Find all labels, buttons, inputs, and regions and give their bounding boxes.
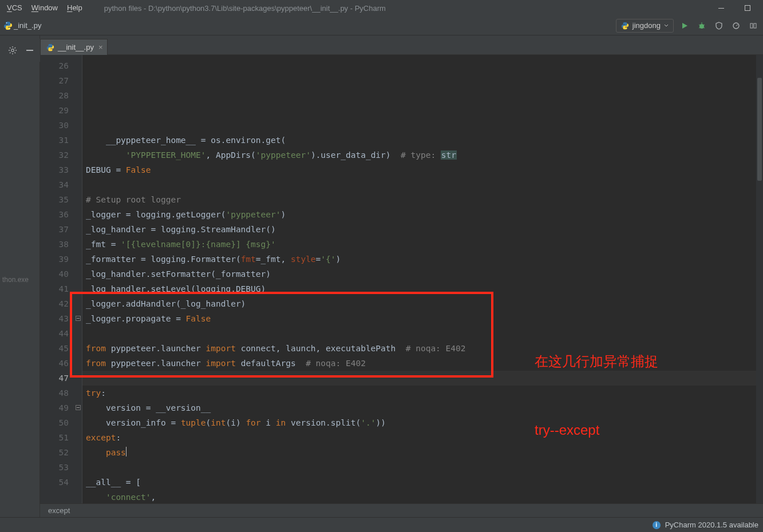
- run-button[interactable]: [678, 19, 691, 32]
- svg-line-19: [15, 53, 16, 54]
- code-line[interactable]: _logger.propagate = False: [86, 311, 763, 326]
- code-line[interactable]: 'connect',: [86, 490, 763, 503]
- scrollbar-thumb[interactable]: [757, 78, 762, 181]
- code-line[interactable]: pass: [86, 445, 763, 460]
- code-line[interactable]: __pyppeteer_home__ = os.environ.get(: [86, 133, 763, 148]
- debug-button[interactable]: [695, 19, 708, 32]
- fold-gutter[interactable]: [74, 55, 82, 503]
- editor-tab-init[interactable]: __init__.py ×: [40, 39, 108, 55]
- code-line[interactable]: from pyppeteer.launcher import connect, …: [86, 341, 763, 356]
- svg-point-4: [699, 24, 704, 29]
- editor-tab-label: __init__.py: [58, 43, 94, 51]
- code-line[interactable]: _log_handler.setLevel(logging.DEBUG): [86, 281, 763, 296]
- settings-icon[interactable]: [8, 46, 17, 55]
- svg-rect-11: [750, 23, 753, 28]
- svg-line-6: [699, 25, 700, 25]
- code-line[interactable]: [86, 177, 763, 192]
- svg-line-20: [10, 53, 11, 54]
- minimize-button[interactable]: [708, 0, 734, 16]
- run-configuration-selector[interactable]: jingdong: [616, 19, 674, 33]
- code-line[interactable]: 'PYPPETEER_HOME', AppDirs('pyppeteer').u…: [86, 148, 763, 162]
- svg-point-13: [11, 49, 14, 52]
- breadcrumb-scope[interactable]: except: [40, 503, 763, 517]
- svg-rect-1: [745, 6, 750, 11]
- run-coverage-button[interactable]: [713, 19, 725, 32]
- svg-line-9: [703, 27, 705, 28]
- sidebar-truncated-label: thon.exe: [2, 276, 29, 284]
- close-tab-icon[interactable]: ×: [98, 43, 103, 51]
- line-number-gutter[interactable]: 2627282930313233343536373839404142434445…: [40, 55, 74, 503]
- code-area[interactable]: __pyppeteer_home__ = os.environ.get( 'PY…: [82, 55, 763, 503]
- profile-button[interactable]: [730, 19, 742, 32]
- code-editor[interactable]: 2627282930313233343536373839404142434445…: [40, 55, 763, 503]
- collapse-icon[interactable]: [25, 46, 34, 55]
- editor-vertical-scrollbar[interactable]: [756, 55, 763, 503]
- svg-line-7: [703, 25, 705, 25]
- breadcrumb-file[interactable]: _init_.py: [14, 21, 41, 30]
- svg-point-3: [9, 28, 10, 29]
- code-line[interactable]: # Setup root logger: [86, 192, 763, 207]
- maximize-button[interactable]: [734, 0, 761, 16]
- code-line[interactable]: from pyppeteer.launcher import defaultAr…: [86, 356, 763, 371]
- status-update-message[interactable]: PyCharm 2020.1.5 available: [665, 521, 758, 529]
- svg-rect-12: [754, 23, 756, 28]
- svg-point-2: [6, 22, 7, 23]
- code-line[interactable]: version_info = tuple(int(i) for i in ver…: [86, 415, 763, 430]
- code-line[interactable]: try:: [86, 386, 763, 400]
- python-config-icon: [621, 22, 629, 30]
- menu-window[interactable]: Window: [27, 0, 62, 16]
- python-file-icon: [46, 43, 54, 51]
- project-sidebar[interactable]: thon.exe: [0, 35, 40, 517]
- info-icon[interactable]: i: [653, 521, 661, 529]
- concurrency-button[interactable]: [747, 19, 760, 32]
- code-line[interactable]: _logger = logging.getLogger('pyppeteer'): [86, 207, 763, 222]
- code-line[interactable]: except:: [86, 430, 763, 445]
- python-file-icon: [3, 21, 13, 30]
- code-line[interactable]: _logger.addHandler(_log_handler): [86, 296, 763, 311]
- svg-line-8: [699, 27, 700, 28]
- run-config-name: jingdong: [632, 21, 661, 30]
- menu-bar: VCS Window Help python files - D:\python…: [0, 0, 763, 16]
- menu-vcs[interactable]: VCS: [2, 0, 27, 16]
- window-controls: [708, 0, 761, 16]
- chevron-down-icon: [664, 23, 669, 28]
- svg-line-18: [10, 47, 11, 49]
- svg-rect-0: [718, 8, 724, 9]
- code-line[interactable]: _fmt = '[{levelname[0]}:{name}] {msg}': [86, 237, 763, 252]
- svg-rect-22: [26, 50, 33, 51]
- code-line[interactable]: __all__ = [: [86, 475, 763, 490]
- menu-help[interactable]: Help: [62, 0, 87, 16]
- status-bar: i PyCharm 2020.1.5 available: [0, 517, 763, 532]
- window-title: python files - D:\python\python3.7\Lib\s…: [104, 4, 386, 13]
- navigation-bar: _init_.py jingdong: [0, 16, 763, 35]
- code-line[interactable]: [86, 326, 763, 341]
- code-line[interactable]: _log_handler = logging.StreamHandler(): [86, 222, 763, 237]
- current-line-highlight: [82, 371, 763, 386]
- editor-tab-strip: __init__.py ×: [40, 35, 763, 55]
- code-line[interactable]: version = __version__: [86, 400, 763, 415]
- code-line[interactable]: _log_handler.setFormatter(_formatter): [86, 267, 763, 281]
- code-line[interactable]: _formatter = logging.Formatter(fmt=_fmt,…: [86, 252, 763, 267]
- code-line[interactable]: [86, 460, 763, 475]
- code-line[interactable]: DEBUG = False: [86, 162, 763, 177]
- svg-line-21: [15, 47, 16, 49]
